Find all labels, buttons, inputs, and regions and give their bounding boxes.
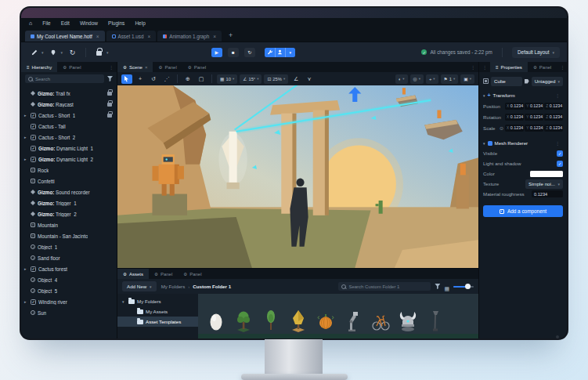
stop-button[interactable]: ■ [228, 48, 239, 57]
asset-thumbnail-tree[interactable] [233, 306, 254, 332]
add-component-button[interactable]: Add a component [483, 205, 563, 217]
pin-tool-button[interactable] [48, 47, 60, 57]
position-z-input[interactable]: Z0.1234 [544, 103, 563, 110]
grid-snap-dropdown[interactable]: ▦ 10 [217, 74, 237, 84]
move-tool[interactable]: + [135, 74, 146, 84]
measure-tool[interactable]: ∠ [290, 74, 301, 84]
assets-search-input[interactable] [348, 284, 427, 289]
hierarchy-item[interactable]: ✓Gizmo: Dynamic Light_1 [21, 143, 117, 154]
filter-icon[interactable] [435, 284, 440, 289]
visibility-dropdown[interactable]: ◎ [410, 74, 424, 84]
expand-caret-icon[interactable]: ▸ [24, 299, 28, 304]
hierarchy-item[interactable]: Gizmo: Trigger_2 [21, 208, 117, 219]
grid-view-icon[interactable] [444, 280, 449, 294]
folder-item[interactable]: Asset Templates [117, 317, 198, 327]
document-tab[interactable]: Asset 1.usd× [106, 31, 157, 42]
asset-thumbnail-tree-small[interactable] [261, 306, 281, 332]
drag-handle-icon[interactable] [467, 64, 478, 70]
wrench-mode-button[interactable] [265, 48, 275, 57]
new-tab-button[interactable] [223, 31, 238, 39]
color-swatch[interactable] [530, 171, 563, 177]
close-tab-icon[interactable]: × [213, 34, 216, 39]
tab-hierarchy[interactable]: Hierarchy [21, 62, 57, 72]
position-x-input[interactable]: X0.1234 [505, 103, 524, 110]
hierarchy-item[interactable]: Gizmo: Trail fx [21, 88, 117, 99]
hierarchy-item[interactable]: ▸✓Gizmo: Dynamic Light_2 [21, 154, 117, 165]
hierarchy-item[interactable]: Gizmo: Sound recorder [21, 186, 117, 197]
tab-panel[interactable]: Panel [57, 62, 86, 72]
tab-panel[interactable]: Panel [182, 62, 211, 72]
lock-tool-caret-icon[interactable] [106, 50, 109, 55]
hierarchy-item[interactable]: Mountain - San Jacinto [21, 230, 117, 241]
uniform-scale-icon[interactable]: ⊙ [500, 125, 503, 131]
visibility-checkbox[interactable]: ✓ [31, 135, 36, 140]
position-y-input[interactable]: Y0.1234 [525, 103, 543, 110]
asset-thumbnail-bicycle[interactable] [370, 306, 391, 332]
avatar-mode-button[interactable] [275, 48, 285, 57]
expand-caret-icon[interactable]: ▸ [24, 135, 28, 139]
expand-caret-icon[interactable]: ▸ [24, 157, 28, 161]
hierarchy-item[interactable]: Object_5 [21, 285, 117, 296]
roughness-input[interactable]: 0.1234 [532, 190, 563, 197]
transform-section-header[interactable]: ▾ + Transform [483, 90, 563, 100]
frame-dropdown[interactable]: ▣ [460, 74, 474, 84]
tab-panel[interactable]: Panel [178, 269, 207, 279]
brush-tool-caret-icon[interactable] [41, 50, 44, 55]
tab-scene[interactable]: Scene [117, 62, 153, 72]
collapse-caret-icon[interactable]: ▾ [483, 93, 485, 98]
light-shadow-checkbox[interactable] [557, 161, 563, 167]
pivot-toggle[interactable]: ⊕ [182, 74, 193, 84]
slider-knob[interactable] [465, 284, 471, 289]
menu-item-file[interactable]: File [42, 20, 50, 26]
rotation-x-input[interactable]: X0.1234 [505, 114, 524, 121]
thumbnail-size-slider[interactable] [453, 286, 474, 288]
visibility-checkbox[interactable]: ✓ [31, 266, 36, 272]
hierarchy-item[interactable]: Gizmo: Trigger_1 [21, 197, 117, 208]
tab-properties[interactable]: Properties [490, 62, 528, 72]
asset-thumbnail-robot-arm[interactable] [343, 306, 363, 332]
brush-tool-button[interactable] [28, 47, 40, 57]
hierarchy-item[interactable]: Confetti [21, 176, 117, 186]
menu-item-edit[interactable]: Edit [61, 20, 70, 26]
texture-dropdown[interactable]: Simple noi... [525, 179, 563, 189]
hierarchy-item[interactable]: Sand floor [21, 252, 117, 263]
expand-caret-icon[interactable]: ▸ [24, 266, 28, 271]
hierarchy-item[interactable]: ▸✓Winding river [21, 296, 117, 307]
local-global-toggle[interactable]: ▢ [196, 74, 207, 84]
hierarchy-item[interactable]: ▸✓Cactus - Short_1 [21, 110, 117, 121]
folder-item[interactable]: ▾My Folders [117, 296, 198, 306]
lock-tool-button[interactable] [93, 47, 105, 57]
hierarchy-item[interactable]: Mountain [21, 219, 117, 230]
asset-thumbnail-viking-helmet[interactable] [398, 306, 418, 332]
visibility-checkbox[interactable]: ✓ [31, 124, 36, 129]
rotation-y-input[interactable]: Y0.1234 [525, 114, 543, 121]
visible-checkbox[interactable] [557, 150, 563, 157]
object-name-input[interactable] [491, 77, 522, 86]
asset-thumbnail-tree-autumn[interactable] [288, 306, 308, 332]
tab-panel[interactable]: Panel [149, 269, 178, 279]
layout-dropdown[interactable]: Default Layout [512, 47, 560, 58]
loop-button[interactable]: ↻ [244, 48, 255, 57]
expand-caret-icon[interactable]: ▸ [24, 113, 28, 118]
asset-thumbnail-pumpkin[interactable] [316, 306, 336, 332]
document-tab[interactable]: Animation 1.graph× [157, 31, 222, 42]
play-button[interactable]: ▶ [211, 48, 222, 57]
tab-assets[interactable]: Assets [117, 269, 149, 279]
tag-dropdown[interactable]: Untagged [532, 77, 563, 86]
drag-handle-icon[interactable] [557, 64, 567, 70]
home-icon[interactable] [29, 20, 32, 26]
breadcrumb-root[interactable]: My Folders [161, 284, 186, 289]
hierarchy-item[interactable]: Gizmo: Raycast [21, 99, 117, 110]
hierarchy-item[interactable]: ▸✓Cactus - Short_2 [21, 132, 117, 143]
branch-tool[interactable]: ⋎ [304, 74, 315, 84]
visibility-checkbox[interactable]: ✓ [31, 157, 36, 162]
visibility-checkbox[interactable]: ✓ [31, 299, 36, 305]
visibility-checkbox[interactable]: ✓ [31, 146, 36, 151]
rotate-tool[interactable]: ↺ [148, 74, 159, 84]
tab-panel[interactable]: Panel [153, 62, 182, 72]
zoom-dropdown[interactable]: ⊡ 25% [264, 74, 288, 84]
scale-x-input[interactable]: X0.1234 [505, 125, 524, 132]
asset-thumbnail-egg[interactable] [206, 306, 226, 332]
menu-item-help[interactable]: Help [135, 20, 145, 26]
section-menu-icon[interactable] [552, 140, 563, 146]
